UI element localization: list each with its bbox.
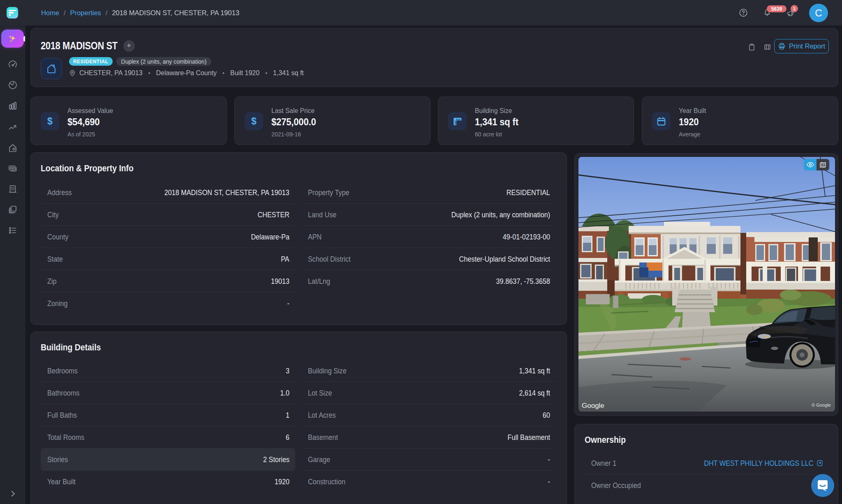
svg-text:© Google: © Google bbox=[812, 403, 831, 407]
svg-text:Google: Google bbox=[582, 402, 604, 410]
